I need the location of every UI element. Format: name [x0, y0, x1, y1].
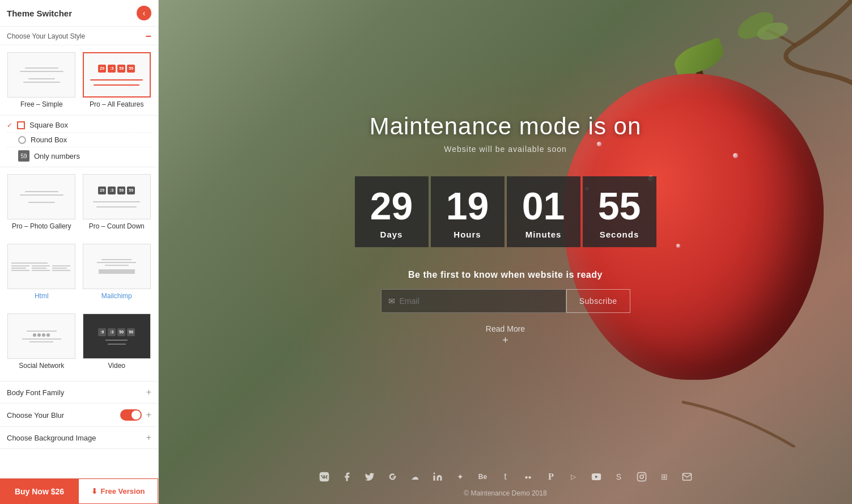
- main-content: Maintenance mode is on Website will be a…: [159, 0, 852, 504]
- countdown-minutes-label: Minutes: [525, 230, 562, 239]
- theme-grid-row3: Html Mailchimp: [0, 237, 158, 307]
- blur-plus-icon[interactable]: +: [146, 410, 151, 420]
- theme-label-free-simple: Free – Simple: [20, 100, 63, 108]
- theme-thumb-pro-all: 29 :3 59 59: [83, 52, 151, 98]
- blur-controls: +: [120, 409, 151, 421]
- subscribe-button[interactable]: Subscribe: [566, 289, 630, 313]
- radio-round: [18, 136, 26, 144]
- radio-square-box[interactable]: ✓ Square Box: [7, 118, 151, 133]
- countdown-row: 29 Days 19 Hours 01 Minutes 55 Seconds: [355, 176, 656, 247]
- countdown-hours: 19 Hours: [431, 176, 505, 247]
- thumb-counter-3: 59: [117, 65, 125, 73]
- svg-point-2: [433, 473, 435, 475]
- theme-thumb-social: [7, 314, 75, 359]
- theme-card-pro-photo[interactable]: Pro – Photo Gallery: [7, 174, 77, 230]
- theme-label-video: Video: [108, 362, 125, 370]
- body-font-plus-icon[interactable]: +: [146, 387, 151, 397]
- main-content-area: Maintenance mode is on Website will be a…: [159, 0, 852, 504]
- theme-thumb-pro-countdown: 29 :3 59 59: [83, 174, 151, 219]
- thumb-cnt-4: 59: [127, 187, 135, 194]
- radio-only-numbers[interactable]: 59 Only numbers: [7, 147, 151, 164]
- social-icons-row: ☁ ✦ Be t ●● 𝐏 ▷ S ⊞: [316, 469, 695, 485]
- social-skype-icon[interactable]: S: [611, 469, 627, 485]
- sidebar-header: Theme Switcher ‹: [0, 0, 158, 27]
- thumb-vid-2: :3: [108, 328, 116, 336]
- background-label: Choose Background Image: [7, 434, 96, 442]
- sidebar: Theme Switcher ‹ Choose Your Layout Styl…: [0, 0, 159, 504]
- theme-grid-row4: Social Network :9 :3 50 50 Video: [0, 307, 158, 376]
- countdown-hours-value: 19: [446, 187, 489, 225]
- social-tumblr-icon[interactable]: t: [498, 469, 514, 485]
- round-box-label: Round Box: [31, 135, 67, 144]
- theme-thumb-mailchimp: [83, 244, 151, 289]
- main-subtitle: Website will be available soon: [444, 145, 567, 154]
- social-vimeo-icon[interactable]: ▷: [566, 469, 582, 485]
- theme-card-pro-all[interactable]: 29 :3 59 59 Pro – All Features: [82, 52, 152, 108]
- social-behance-icon[interactable]: Be: [475, 469, 491, 485]
- buy-now-button[interactable]: Buy Now $26: [0, 478, 79, 504]
- thumb-counter-2: :3: [108, 65, 116, 73]
- social-soundcloud-icon[interactable]: ☁: [407, 469, 423, 485]
- thumb-cnt-2: :3: [108, 187, 116, 194]
- thumb-vid-4: 50: [127, 328, 135, 336]
- theme-card-free-simple[interactable]: Free – Simple: [7, 52, 77, 108]
- countdown-minutes-value: 01: [522, 187, 565, 225]
- countdown-days: 29 Days: [355, 176, 429, 247]
- social-flickr-icon[interactable]: ●●: [520, 469, 536, 485]
- collapse-icon[interactable]: −: [145, 31, 151, 41]
- social-youtube-icon[interactable]: [588, 469, 604, 485]
- sidebar-close-button[interactable]: ‹: [137, 6, 151, 20]
- email-input[interactable]: [400, 290, 559, 312]
- notify-title: Be the first to know when website is rea…: [408, 270, 603, 280]
- blur-label: Choose Your Blur: [7, 411, 64, 420]
- social-twitter-icon[interactable]: [362, 469, 378, 485]
- free-version-label: Free Version: [100, 487, 145, 495]
- radio-round-box[interactable]: Round Box: [7, 133, 151, 147]
- theme-thumb-html: [7, 244, 75, 289]
- theme-thumb-video: :9 :3 50 50: [83, 314, 151, 359]
- countdown-minutes: 01 Minutes: [507, 176, 580, 247]
- blur-toggle[interactable]: [120, 409, 142, 421]
- social-vk-icon[interactable]: [316, 469, 332, 485]
- layout-section-label: Choose Your Layout Style: [7, 32, 85, 40]
- thumb-vid-1: :9: [98, 328, 106, 336]
- social-instagram-icon[interactable]: [634, 469, 650, 485]
- social-dribbble-icon[interactable]: ✦: [452, 469, 468, 485]
- theme-thumb-pro-photo: [7, 174, 75, 219]
- settings-body-font[interactable]: Body Font Family +: [0, 382, 158, 404]
- theme-grid-row1: Free – Simple 29 :3 59 59 Pro – All Feat…: [0, 45, 158, 115]
- main-title: Maintenance mode is on: [370, 113, 642, 140]
- social-facebook-icon[interactable]: [339, 469, 355, 485]
- svg-point-5: [640, 475, 643, 478]
- box-style-section: ✓ Square Box Round Box 59 Only numbers: [0, 115, 158, 167]
- theme-card-pro-countdown[interactable]: 29 :3 59 59 Pro – Count Down: [82, 174, 152, 230]
- svg-rect-4: [637, 473, 646, 481]
- theme-card-html[interactable]: Html: [7, 244, 77, 300]
- social-foursquare-icon[interactable]: ⊞: [656, 469, 672, 485]
- social-googleplus-icon[interactable]: [384, 469, 400, 485]
- email-row: ✉ Subscribe: [381, 289, 630, 313]
- social-linkedin-icon[interactable]: [430, 469, 446, 485]
- theme-thumb-free-simple: [7, 52, 75, 98]
- countdown-days-value: 29: [370, 187, 413, 225]
- layout-section: Choose Your Layout Style −: [0, 27, 158, 45]
- number-badge: 59: [18, 150, 29, 162]
- free-version-button[interactable]: ⬇ Free Version: [79, 478, 158, 504]
- thumb-counter-1: 29: [98, 65, 106, 73]
- social-pinterest-icon[interactable]: 𝐏: [543, 469, 559, 485]
- theme-card-social[interactable]: Social Network: [7, 314, 77, 370]
- thumb-vid-3: 50: [117, 328, 125, 336]
- theme-card-video[interactable]: :9 :3 50 50 Video: [82, 314, 152, 370]
- countdown-days-label: Days: [380, 230, 403, 239]
- square-box-label: Square Box: [29, 121, 68, 129]
- theme-card-mailchimp[interactable]: Mailchimp: [82, 244, 152, 300]
- theme-label-pro-countdown: Pro – Count Down: [89, 222, 145, 230]
- read-more[interactable]: Read More +: [486, 324, 525, 346]
- theme-label-mailchimp: Mailchimp: [101, 292, 132, 300]
- countdown-seconds-label: Seconds: [600, 230, 639, 239]
- settings-blur[interactable]: Choose Your Blur +: [0, 404, 158, 427]
- settings-background[interactable]: Choose Background Image +: [0, 427, 158, 449]
- social-email-icon[interactable]: [679, 469, 695, 485]
- background-plus-icon[interactable]: +: [146, 433, 151, 443]
- toggle-knob: [132, 410, 141, 420]
